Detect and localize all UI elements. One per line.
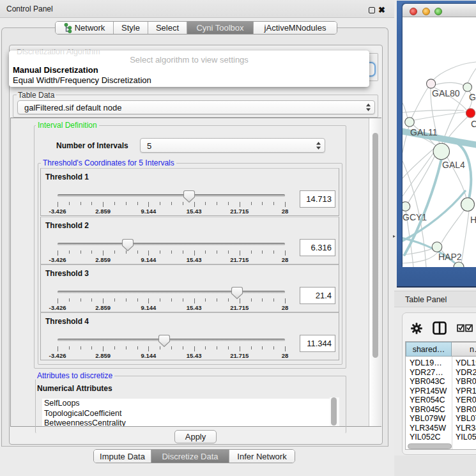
svg-text:GA: GA [469, 92, 476, 102]
svg-text:GAL4: GAL4 [442, 160, 465, 170]
svg-text:GCY1: GCY1 [403, 212, 427, 222]
svg-text:HAP2: HAP2 [438, 252, 462, 262]
svg-text:H: H [470, 215, 476, 225]
svg-text:GAL11: GAL11 [410, 127, 438, 137]
svg-text:GAL80: GAL80 [432, 88, 460, 98]
svg-text:CY: CY [471, 119, 476, 129]
